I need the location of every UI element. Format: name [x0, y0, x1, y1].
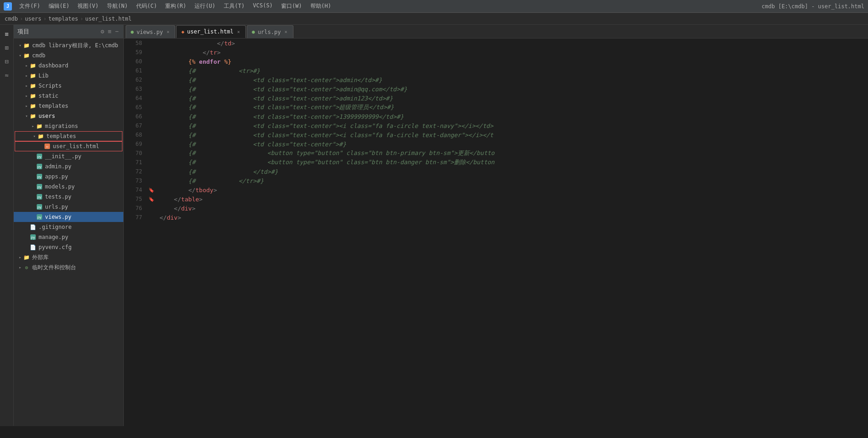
bookmark-slot[interactable]: 🔖: [147, 194, 156, 204]
menu-item[interactable]: 重构(R): [161, 1, 190, 11]
tree-item-static[interactable]: 📁static: [14, 91, 123, 101]
tab-user_list[interactable]: ◆user_list.html×: [176, 25, 246, 38]
tab-close-user_list[interactable]: ×: [236, 29, 241, 35]
tab-views[interactable]: ●views.py×: [126, 25, 175, 38]
menu-item[interactable]: 导航(N): [103, 1, 132, 11]
tree-item-apps_py[interactable]: pyapps.py: [14, 172, 123, 182]
tree-item-gitignore[interactable]: 📄.gitignore: [14, 222, 123, 232]
tab-label-views: views.py: [137, 29, 163, 35]
tree-item-icon: 📁: [29, 102, 37, 110]
tree-item-migrations[interactable]: 📁migrations: [14, 121, 123, 131]
tree-item-icon: py: [36, 213, 43, 221]
tree-item-label: Lib: [39, 72, 49, 79]
tree-item-manage_py[interactable]: pymanage.py: [14, 232, 123, 242]
tree-item-models_py[interactable]: pymodels.py: [14, 182, 123, 192]
tree-item-admin_py[interactable]: pyadmin.py: [14, 161, 123, 172]
bookmark-slot[interactable]: [147, 94, 156, 103]
code-line: {# <td class="text-center">admin</td>#}: [160, 75, 864, 84]
menu-item[interactable]: 运行(U): [191, 1, 219, 11]
tree-item-label: users: [39, 113, 55, 119]
menu-item[interactable]: 代码(C): [133, 1, 161, 11]
code-line: </div>: [160, 213, 864, 222]
tree-item-users[interactable]: 📁users: [14, 111, 123, 121]
breadcrumb-item[interactable]: user_list.html: [85, 16, 132, 22]
tree-item-init_py[interactable]: py__init__.py: [14, 151, 123, 161]
menu-item[interactable]: 帮助(H): [307, 1, 335, 11]
bookmark-slot[interactable]: [147, 112, 156, 121]
breadcrumb-separator: ›: [43, 16, 46, 22]
bookmark-slot[interactable]: [147, 213, 156, 222]
tree-item-temp-files[interactable]: ⊙临时文件和控制台: [14, 262, 123, 272]
bookmark-slot[interactable]: [147, 149, 156, 158]
tree-item-urls_py[interactable]: pyurls.py: [14, 202, 123, 212]
tree-item-label: cmdb: [32, 52, 45, 59]
breadcrumb-item[interactable]: cmdb: [5, 16, 18, 22]
file-tree: 📁 cmdb library根目录, E:\cmdb📁cmdb📁dashboar…: [14, 39, 123, 426]
bookmark-slot[interactable]: [147, 66, 156, 75]
tree-item-icon: 📁: [29, 92, 37, 100]
bookmark-slot[interactable]: [147, 39, 156, 48]
bookmark-slot[interactable]: 🔖: [147, 185, 156, 194]
menu-item[interactable]: 工具(T): [220, 1, 249, 11]
panel-sync-icon[interactable]: ≡: [107, 27, 112, 36]
panel-collapse-icon[interactable]: −: [114, 27, 120, 36]
tree-item-user_list_html[interactable]: Huser_list.html: [15, 141, 122, 151]
tree-arrow: [24, 93, 29, 99]
bookmark-slot[interactable]: [147, 57, 156, 66]
menu-item[interactable]: 文件(F): [16, 1, 44, 11]
tree-item-scripts[interactable]: 📁Scripts: [14, 81, 123, 91]
bookmark-slot[interactable]: [147, 158, 156, 167]
bookmark-slot[interactable]: [147, 130, 156, 139]
menu-item[interactable]: 视图(V): [74, 1, 102, 11]
line-number: 70: [124, 149, 147, 158]
tab-close-views[interactable]: ×: [166, 29, 170, 35]
title-path: cmdb [E:\cmdb] - user_list.html: [762, 3, 864, 10]
line-number: 64: [124, 94, 147, 103]
bookmark-slot[interactable]: [147, 84, 156, 94]
tree-item-label: templates: [39, 103, 68, 109]
tree-item-cmdb-root[interactable]: 📁 cmdb library根目录, E:\cmdb: [14, 40, 123, 50]
todo-icon[interactable]: ≈: [1, 70, 12, 81]
tab-icon-urls: ●: [252, 29, 255, 35]
tree-item-icon: py: [36, 163, 43, 170]
menu-item[interactable]: 窗口(W): [277, 1, 306, 11]
tree-item-dashboard[interactable]: 📁dashboard: [14, 61, 123, 71]
bookmark-slot[interactable]: [147, 204, 156, 213]
bookmark-slot[interactable]: [147, 75, 156, 84]
project-icon[interactable]: ≡: [1, 28, 12, 39]
bookmark-slot[interactable]: [147, 176, 156, 185]
tree-item-cmdb-folder[interactable]: 📁cmdb: [14, 50, 123, 61]
bookmark-slot[interactable]: [147, 139, 156, 149]
menu-bar: 文件(F)编辑(E)视图(V)导航(N)代码(C)重构(R)运行(U)工具(T)…: [16, 1, 335, 11]
panel-settings-icon[interactable]: ⚙: [100, 27, 105, 36]
bookmark-slot[interactable]: [147, 48, 156, 57]
code-line: {# <td class="text-center">admin@qq.com<…: [160, 84, 864, 94]
breadcrumb: cmdb›users›templates›user_list.html: [0, 13, 868, 25]
structure-icon[interactable]: ⊞: [1, 42, 12, 53]
tree-item-label: views.py: [45, 214, 72, 220]
breadcrumb-item[interactable]: templates: [49, 16, 78, 22]
bookmark-slot[interactable]: [147, 103, 156, 112]
tree-item-icon: py: [36, 173, 43, 180]
tree-item-templates-root[interactable]: 📁templates: [14, 101, 123, 111]
line-number: 76: [124, 204, 147, 213]
tree-item-lib[interactable]: 📁Lib: [14, 71, 123, 81]
code-lines[interactable]: </td> </tr> {% endfor %} {# <tr>#} {# <t…: [156, 39, 868, 426]
tree-item-external-lib[interactable]: 📁外部库: [14, 252, 123, 262]
tree-item-tests_py[interactable]: pytests.py: [14, 192, 123, 202]
tree-item-pyvenv_cfg[interactable]: 📄pyvenv.cfg: [14, 242, 123, 252]
menu-item[interactable]: VCS(S): [249, 1, 276, 11]
bookmark-slot[interactable]: [147, 167, 156, 176]
tab-close-urls[interactable]: ×: [283, 29, 288, 35]
bookmark-slot[interactable]: [147, 121, 156, 130]
tree-item-label: .gitignore: [39, 224, 72, 230]
breadcrumb-item[interactable]: users: [25, 16, 41, 22]
tree-item-templates-users[interactable]: 📁templates: [15, 131, 122, 141]
menu-item[interactable]: 编辑(E): [45, 1, 73, 11]
tab-urls[interactable]: ●urls.py×: [247, 25, 293, 38]
project-panel: 项目 ⚙ ≡ − 📁 cmdb library根目录, E:\cmdb📁cmdb…: [14, 25, 124, 426]
tree-item-views_py[interactable]: pyviews.py: [14, 212, 123, 222]
bookmark-icon[interactable]: ⊟: [1, 56, 12, 67]
line-number: 75: [124, 194, 147, 204]
code-content[interactable]: 5859606162636465666768697071727374757677…: [124, 39, 868, 426]
